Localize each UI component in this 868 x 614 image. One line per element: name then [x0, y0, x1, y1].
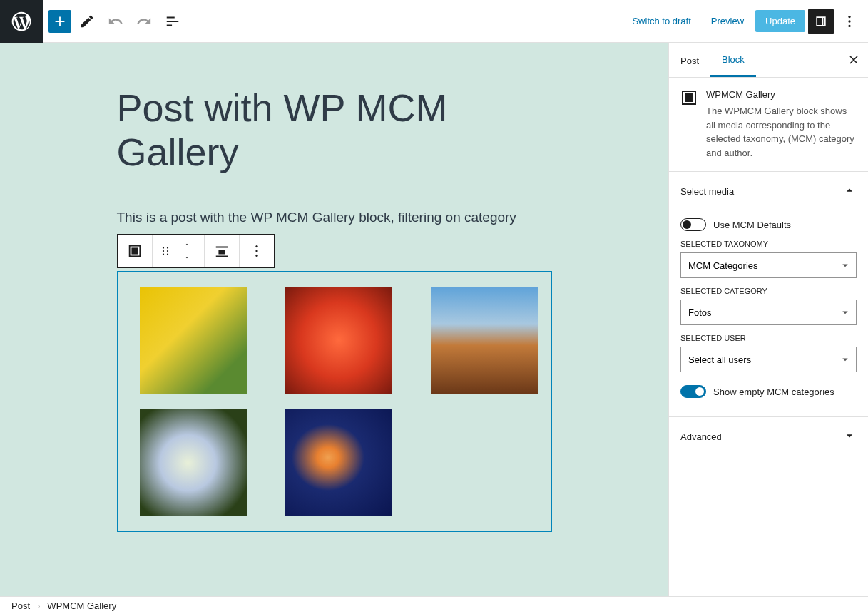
- block-description: The WPMCM Gallery block shows all media …: [706, 104, 857, 160]
- wordpress-logo[interactable]: [0, 0, 43, 43]
- selected-user-select[interactable]: Select all users: [680, 347, 857, 372]
- update-button[interactable]: Update: [755, 10, 805, 32]
- breadcrumb-root[interactable]: Post: [11, 600, 30, 611]
- selected-taxonomy-label: SELECTED TAXONOMY: [680, 240, 857, 248]
- advanced-heading: Advanced: [680, 431, 722, 442]
- selected-category-select[interactable]: Fotos: [680, 300, 857, 325]
- block-toolbar: [117, 234, 275, 268]
- post-paragraph[interactable]: This is a post with the WP MCM Gallery b…: [117, 210, 552, 225]
- selected-user-label: SELECTED USER: [680, 334, 857, 342]
- use-mcm-defaults-toggle[interactable]: [680, 218, 706, 231]
- svg-point-0: [848, 15, 850, 17]
- svg-point-6: [162, 250, 163, 252]
- editor-top-bar: Switch to draft Preview Update: [0, 0, 868, 43]
- svg-rect-15: [685, 93, 693, 102]
- gallery-image: [140, 287, 247, 394]
- undo-button[interactable]: [103, 9, 128, 34]
- chevron-right-icon: ›: [37, 600, 40, 611]
- add-block-button[interactable]: [48, 10, 71, 33]
- block-type-icon[interactable]: [122, 238, 148, 264]
- svg-rect-4: [131, 248, 138, 255]
- block-title: WPMCM Gallery: [706, 89, 857, 100]
- select-media-heading: Select media: [680, 186, 734, 197]
- wpmcm-gallery-block[interactable]: [117, 271, 552, 532]
- switch-to-draft-button[interactable]: Switch to draft: [623, 10, 699, 32]
- svg-point-1: [848, 20, 850, 22]
- move-down-button[interactable]: [174, 251, 200, 264]
- use-mcm-defaults-label: Use MCM Defaults: [713, 220, 791, 230]
- svg-point-5: [162, 247, 163, 249]
- gallery-image: [285, 287, 392, 394]
- tab-block[interactable]: Block: [710, 43, 756, 77]
- show-empty-categories-label: Show empty MCM categories: [713, 387, 834, 397]
- block-breadcrumb: Post › WPMCM Gallery: [0, 596, 868, 614]
- settings-sidebar-toggle[interactable]: [808, 9, 834, 34]
- selected-taxonomy-select[interactable]: MCM Categories: [680, 252, 857, 278]
- svg-point-2: [848, 24, 850, 26]
- svg-point-11: [255, 245, 257, 247]
- block-type-icon: [680, 89, 698, 106]
- svg-point-8: [166, 247, 168, 249]
- align-button[interactable]: [209, 238, 235, 264]
- svg-point-12: [255, 250, 257, 252]
- select-media-section-toggle[interactable]: Select media: [680, 172, 857, 211]
- tab-post[interactable]: Post: [669, 43, 710, 77]
- block-more-options-button[interactable]: [244, 238, 270, 264]
- gallery-image: [431, 287, 538, 394]
- gallery-image: [140, 409, 247, 516]
- advanced-section-toggle[interactable]: Advanced: [680, 417, 857, 456]
- selected-category-label: SELECTED CATEGORY: [680, 287, 857, 295]
- svg-point-7: [162, 254, 163, 255]
- editor-canvas[interactable]: Post with WP MCM Gallery This is a post …: [0, 43, 668, 596]
- close-settings-button[interactable]: [839, 43, 868, 77]
- move-up-button[interactable]: [174, 238, 200, 251]
- preview-button[interactable]: Preview: [703, 10, 752, 32]
- gallery-image: [285, 409, 392, 516]
- show-empty-categories-toggle[interactable]: [680, 385, 706, 398]
- more-options-button[interactable]: [837, 9, 862, 34]
- tools-button[interactable]: [74, 9, 100, 34]
- breadcrumb-current[interactable]: WPMCM Gallery: [47, 600, 116, 611]
- post-title[interactable]: Post with WP MCM Gallery: [117, 86, 552, 174]
- chevron-down-icon: [842, 429, 857, 445]
- settings-sidebar: Post Block WPMCM Gallery The WPMCM Galle…: [668, 43, 868, 596]
- svg-point-13: [255, 255, 257, 257]
- document-overview-button[interactable]: [160, 9, 185, 34]
- redo-button[interactable]: [131, 9, 157, 34]
- drag-handle-icon[interactable]: [157, 238, 174, 264]
- svg-point-9: [166, 250, 168, 252]
- chevron-up-icon: [842, 183, 857, 200]
- svg-point-10: [166, 254, 168, 255]
